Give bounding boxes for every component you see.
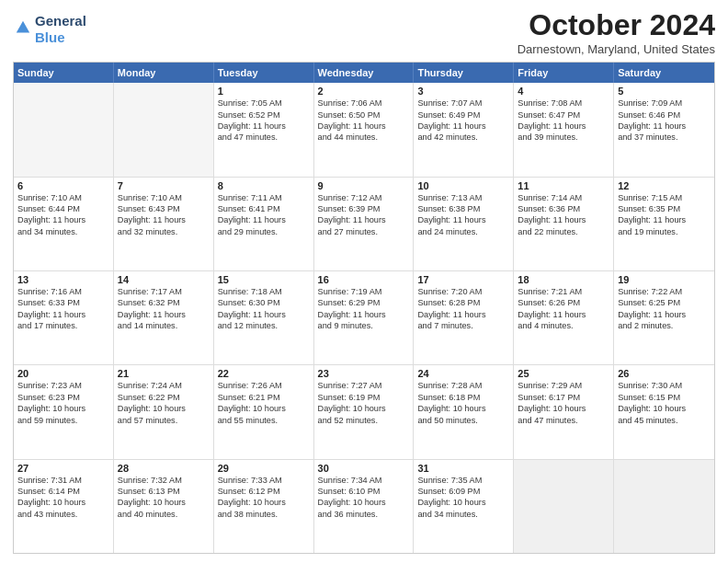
calendar-row-2: 13Sunrise: 7:16 AMSunset: 6:33 PMDayligh… — [14, 270, 714, 364]
cell-line: Daylight: 10 hours — [118, 403, 210, 414]
day-number: 11 — [518, 180, 609, 191]
cal-cell: 12Sunrise: 7:15 AMSunset: 6:35 PMDayligh… — [614, 178, 714, 270]
cell-line: and 9 minutes. — [318, 320, 410, 331]
cell-line: Sunset: 6:47 PM — [518, 109, 609, 121]
cal-cell: 6Sunrise: 7:10 AMSunset: 6:44 PMDaylight… — [14, 178, 114, 270]
cell-line: Sunset: 6:41 PM — [218, 203, 310, 214]
cell-line: Sunrise: 7:20 AM — [417, 286, 509, 297]
cell-line: Sunrise: 7:32 AM — [118, 475, 210, 486]
calendar-header: SundayMondayTuesdayWednesdayThursdayFrid… — [14, 63, 714, 83]
cell-line: Sunrise: 7:15 AM — [618, 192, 711, 203]
logo: General Blue — [13, 13, 86, 46]
cell-line: Daylight: 10 hours — [417, 403, 509, 414]
cell-line: Sunset: 6:09 PM — [417, 486, 509, 497]
cell-line: Sunset: 6:39 PM — [318, 203, 410, 214]
cell-line: Sunset: 6:43 PM — [118, 203, 210, 214]
cell-line: Daylight: 11 hours — [417, 309, 509, 320]
cell-line: and 34 minutes. — [417, 509, 509, 520]
cell-line: Sunrise: 7:08 AM — [518, 98, 609, 109]
day-number: 30 — [318, 463, 410, 474]
cal-cell: 15Sunrise: 7:18 AMSunset: 6:30 PMDayligh… — [214, 271, 314, 364]
day-number: 13 — [17, 274, 109, 285]
cell-line: Sunset: 6:36 PM — [518, 203, 609, 214]
cell-line: Daylight: 10 hours — [17, 497, 109, 508]
cell-line: Sunrise: 7:10 AM — [118, 192, 210, 203]
cell-line: and 12 minutes. — [218, 320, 310, 331]
cell-line: Sunrise: 7:17 AM — [118, 286, 210, 297]
logo-line2: Blue — [35, 29, 86, 46]
cal-cell: 16Sunrise: 7:19 AMSunset: 6:29 PMDayligh… — [314, 271, 415, 364]
cell-line: and 47 minutes. — [518, 415, 609, 426]
cell-line: Daylight: 10 hours — [118, 497, 210, 508]
cell-line: Sunrise: 7:14 AM — [518, 192, 609, 203]
header-cell-saturday: Saturday — [614, 63, 714, 83]
cal-cell — [14, 83, 114, 176]
cell-line: Daylight: 11 hours — [218, 309, 310, 320]
cell-line: Daylight: 11 hours — [518, 214, 609, 225]
cal-cell — [114, 83, 214, 176]
cell-line: Sunrise: 7:22 AM — [618, 286, 711, 297]
day-number: 19 — [618, 274, 711, 285]
day-number: 29 — [218, 463, 310, 474]
cell-line: Sunset: 6:32 PM — [118, 297, 210, 308]
cell-line: Daylight: 11 hours — [417, 121, 509, 132]
cal-cell: 25Sunrise: 7:29 AMSunset: 6:17 PMDayligh… — [514, 365, 614, 458]
day-number: 20 — [17, 368, 109, 379]
cell-line: Daylight: 11 hours — [118, 309, 210, 320]
location: Darnestown, Maryland, United States — [518, 42, 715, 56]
cell-line: Daylight: 11 hours — [17, 214, 109, 225]
day-number: 17 — [417, 274, 509, 285]
cell-line: Sunset: 6:25 PM — [618, 297, 711, 308]
calendar-row-1: 6Sunrise: 7:10 AMSunset: 6:44 PMDaylight… — [14, 177, 714, 270]
cell-line: Sunset: 6:22 PM — [118, 392, 210, 403]
cell-line: Daylight: 10 hours — [318, 403, 410, 414]
cal-cell: 28Sunrise: 7:32 AMSunset: 6:13 PMDayligh… — [114, 460, 214, 553]
day-number: 10 — [417, 180, 509, 191]
cell-line: Sunset: 6:12 PM — [218, 486, 310, 497]
day-number: 31 — [417, 463, 509, 474]
day-number: 8 — [218, 180, 310, 191]
cell-line: Daylight: 11 hours — [618, 214, 711, 225]
cal-cell: 24Sunrise: 7:28 AMSunset: 6:18 PMDayligh… — [414, 365, 514, 458]
cal-cell: 27Sunrise: 7:31 AMSunset: 6:14 PMDayligh… — [14, 460, 114, 553]
cell-line: Daylight: 11 hours — [17, 309, 109, 320]
cal-cell — [514, 460, 614, 553]
cell-line: Daylight: 11 hours — [318, 309, 410, 320]
cell-line: and 32 minutes. — [118, 226, 210, 237]
cell-line: Daylight: 11 hours — [518, 121, 609, 132]
day-number: 25 — [518, 368, 609, 379]
cal-cell: 17Sunrise: 7:20 AMSunset: 6:28 PMDayligh… — [414, 271, 514, 364]
cell-line: Sunrise: 7:18 AM — [218, 286, 310, 297]
cell-line: and 47 minutes. — [218, 132, 310, 143]
day-number: 26 — [618, 368, 711, 379]
cell-line: and 42 minutes. — [417, 132, 509, 143]
cell-line: Daylight: 11 hours — [618, 121, 711, 132]
header-cell-friday: Friday — [514, 63, 614, 83]
cell-line: Daylight: 11 hours — [417, 214, 509, 225]
cell-line: Sunrise: 7:33 AM — [218, 475, 310, 486]
cell-line: Sunrise: 7:10 AM — [17, 192, 109, 203]
day-number: 1 — [218, 86, 310, 97]
day-number: 9 — [318, 180, 410, 191]
cell-line: Daylight: 11 hours — [318, 214, 410, 225]
cell-line: Sunset: 6:14 PM — [17, 486, 109, 497]
cell-line: and 19 minutes. — [618, 226, 711, 237]
cell-line: Sunrise: 7:30 AM — [618, 380, 711, 391]
cal-cell: 21Sunrise: 7:24 AMSunset: 6:22 PMDayligh… — [114, 365, 214, 458]
cell-line: Sunrise: 7:26 AM — [218, 380, 310, 391]
cell-line: Daylight: 11 hours — [618, 309, 711, 320]
cell-line: and 52 minutes. — [318, 415, 410, 426]
cell-line: Daylight: 11 hours — [118, 214, 210, 225]
cal-cell: 8Sunrise: 7:11 AMSunset: 6:41 PMDaylight… — [214, 178, 314, 270]
cell-line: and 7 minutes. — [417, 320, 509, 331]
header-cell-thursday: Thursday — [414, 63, 514, 83]
cell-line: Sunset: 6:15 PM — [618, 392, 711, 403]
cal-cell: 7Sunrise: 7:10 AMSunset: 6:43 PMDaylight… — [114, 178, 214, 270]
cell-line: Sunset: 6:10 PM — [318, 486, 410, 497]
cell-line: Sunrise: 7:06 AM — [318, 98, 410, 109]
cell-line: Sunset: 6:35 PM — [618, 203, 711, 214]
cell-line: and 27 minutes. — [318, 226, 410, 237]
day-number: 18 — [518, 274, 609, 285]
cell-line: and 22 minutes. — [518, 226, 609, 237]
cell-line: Sunrise: 7:31 AM — [17, 475, 109, 486]
